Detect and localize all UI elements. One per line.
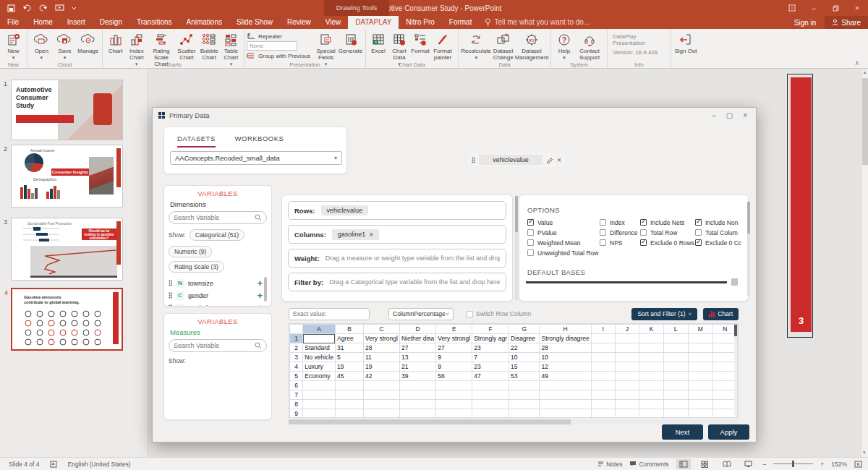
add-variable-icon[interactable]: + [257,278,263,289]
variable-row-gender[interactable]: Cgender+ [169,289,267,302]
options-scrollbar-thumb[interactable] [731,278,738,286]
rows-dropzone[interactable]: Rows: vehiclevalue [288,201,506,220]
filter-rating-scale[interactable]: Rating Scale (3) [169,261,224,273]
drag-handle-icon[interactable] [169,280,172,286]
tab-review[interactable]: Review [280,16,318,29]
remove-variable-icon[interactable]: × [369,231,373,239]
tab-slideshow[interactable]: Slide Show [229,16,280,29]
tab-dataplay[interactable]: DATAPLAY [348,16,399,29]
tell-me-box[interactable]: Tell me what you want to do... [479,16,595,29]
option-value[interactable]: Value [527,219,598,226]
tab-nitro-pro[interactable]: Nitro Pro [399,16,441,29]
spellcheck-icon[interactable] [50,461,58,468]
sign-out-button[interactable]: Sign Out [673,30,698,54]
save-cloud-button[interactable]: Save [53,30,76,61]
scroll-down-icon[interactable]: ▾ [863,450,866,456]
slideshow-view-button[interactable] [741,459,756,469]
option-exclude-0-rows[interactable]: Exclude 0 Rows [640,239,694,246]
tab-view[interactable]: View [318,16,349,29]
dataset-management-button[interactable]: XYDataset Management [515,30,548,61]
restore-button[interactable] [825,0,846,16]
zoom-out-button[interactable]: – [763,461,767,468]
scatter-chart-button[interactable]: Scatter Chart [175,30,197,61]
slide-thumbnail-4[interactable]: 4 Gasoline emissions contribute to globa… [11,288,123,351]
format-button[interactable]: Format [410,30,430,54]
grid-vertical-scrollbar[interactable] [734,325,737,416]
option-include-non[interactable]: Include Non [695,219,749,226]
filter-categorical[interactable]: Categorical (51) [190,229,244,241]
options-horizontal-scrollbar[interactable] [526,281,727,283]
slide-thumbnail-1[interactable]: 1 Automotive Consumer Study [11,80,123,140]
dialog-minimize-button[interactable]: – [712,111,716,119]
slide-thumbnail-3[interactable]: 3 Sustainable Fuel Promotion Should we b… [11,218,123,281]
zoom-level[interactable]: 152% [831,461,847,468]
manage-button[interactable]: Manage [77,30,100,54]
zoom-slider-thumb[interactable] [792,461,794,467]
exact-value-input[interactable] [289,308,370,320]
share-button[interactable]: Share [825,16,868,29]
option-index[interactable]: Index [600,219,638,226]
mapping-scrollbar[interactable] [515,196,518,300]
format-painter-button[interactable]: Format painter [430,30,455,61]
option-pvalue[interactable]: PValue [527,229,598,236]
bubble-chart-button[interactable]: Bubble Chart [198,30,221,61]
option-total-row[interactable]: Total Row [640,229,694,236]
filter-numeric[interactable]: Numeric (9) [169,246,212,257]
option-nps[interactable]: NPS [600,239,638,246]
option-total-column[interactable]: Total Colum [695,229,749,236]
next-button[interactable]: Next [662,424,703,440]
reading-view-button[interactable] [720,459,734,469]
switch-row-column-checkbox[interactable]: Switch Row Column [467,310,531,317]
tab-transitions[interactable]: Transitions [129,16,179,29]
dataset-change-button[interactable]: Dataset Change [491,30,515,61]
help-button[interactable]: ?Help [553,30,575,61]
excel-button[interactable]: Excel [368,30,388,54]
normal-view-button[interactable] [676,459,691,469]
close-button[interactable]: × [846,0,868,16]
tab-home[interactable]: Home [26,16,60,29]
tab-datasets[interactable]: DATASETS [177,134,216,148]
tab-file[interactable]: File [0,16,26,29]
weight-dropzone[interactable]: Weight: Drag a measure or weight type va… [288,249,506,268]
variable-list-scrollbar[interactable] [264,277,267,302]
scrollbar-thumb[interactable] [862,78,868,165]
search-input[interactable] [174,342,252,349]
generate-button[interactable]: Generate [338,30,363,54]
notes-button[interactable]: Notes [597,461,622,468]
variable-row-marital[interactable]: Cmarital+ [169,302,267,307]
drag-handle-icon[interactable] [169,304,172,307]
ribbon-display-options-icon[interactable] [781,0,803,16]
slide-page-number-bar[interactable]: 3 [791,77,812,332]
slide-thumbnail-2[interactable]: 2 Annual Income Demographics Consumer In… [11,145,123,208]
chart-button[interactable]: Chart [105,30,126,54]
edit-pencil-icon[interactable] [546,156,553,163]
tab-workbooks[interactable]: WORKBOOKS [235,134,284,146]
open-button[interactable]: Open [30,30,53,61]
dimensions-search[interactable] [169,211,267,224]
option-exclude-0-columns[interactable]: Exclude 0 Cc [695,239,749,246]
vertical-scrollbar[interactable]: ▴▾ [861,69,868,457]
remove-variable-icon[interactable]: × [557,156,561,164]
option-include-nets[interactable]: Include Nets [640,219,694,226]
dialog-maximize-button[interactable]: ▢ [726,111,733,119]
grid-horizontal-scrollbar[interactable] [289,419,739,424]
language-indicator[interactable]: English (United States) [68,461,131,468]
filter-dropzone[interactable]: Filter by: Drag a Categorical type varia… [288,273,506,291]
drag-handle-icon[interactable] [169,292,172,299]
option-unweighted-total-row[interactable]: Unweighted Total Row [527,249,598,256]
minimize-button[interactable]: – [803,0,825,16]
dataset-select[interactable]: AAConcepts.Recoded_small_data [170,151,342,165]
option-weighted-mean[interactable]: Weighted Mean [527,239,598,246]
selected-cell[interactable] [303,334,336,343]
measures-search[interactable] [169,339,267,352]
group-with-previous-button[interactable]: Group with Previous [247,52,314,59]
tab-format[interactable]: Format [442,16,480,29]
sort-and-filter-button[interactable]: Sort and Filter (1) [631,308,697,320]
tab-insert[interactable]: Insert [60,16,93,29]
search-input[interactable] [174,214,252,221]
repeater-button[interactable]: Repeater [247,33,314,40]
zoom-slider[interactable] [773,463,813,464]
fit-to-window-icon[interactable] [854,461,862,468]
contact-support-button[interactable]: Contact Support [575,30,604,61]
drag-handle-icon[interactable] [472,157,475,163]
